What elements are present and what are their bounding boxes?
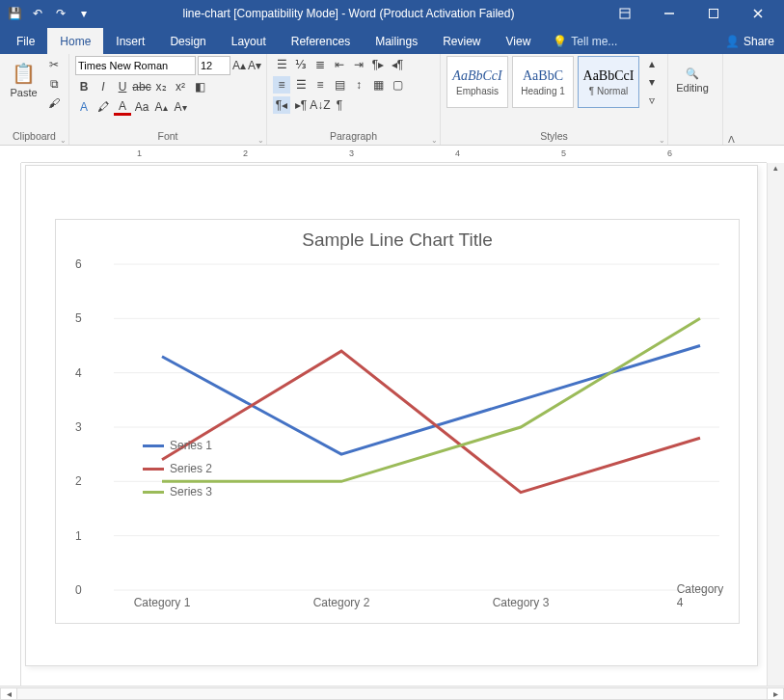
vertical-scrollbar[interactable]: ▴: [767, 163, 784, 686]
group-label: Styles: [446, 130, 662, 143]
numbering-icon[interactable]: ⅓: [292, 56, 310, 73]
multilevel-icon[interactable]: ≣: [311, 56, 329, 73]
group-label: Clipboard: [6, 130, 63, 143]
y-tick-label: 4: [75, 366, 82, 380]
paste-button[interactable]: 📋Paste: [6, 56, 41, 104]
group-clipboard: 📋Paste ✂ ⧉ 🖌 Clipboard: [0, 54, 69, 145]
collapse-ribbon-icon[interactable]: ᐱ: [722, 54, 740, 145]
italic-icon[interactable]: I: [95, 78, 112, 95]
styles-down-icon[interactable]: ▾: [643, 74, 661, 91]
align-right-icon[interactable]: ≡: [311, 76, 329, 94]
tab-layout[interactable]: Layout: [219, 28, 279, 54]
tell-me[interactable]: 💡Tell me...: [549, 29, 621, 54]
plot-area: Series 1Series 2Series 3 0123456Category…: [95, 264, 719, 588]
clear-format-icon[interactable]: ◧: [191, 78, 208, 95]
tab-insert[interactable]: Insert: [103, 28, 157, 54]
tab-mailings[interactable]: Mailings: [363, 28, 430, 54]
tab-home[interactable]: Home: [47, 28, 103, 54]
share-button[interactable]: 👤Share: [716, 29, 784, 54]
x-tick-label: Category 2: [313, 596, 370, 609]
styles-more-icon[interactable]: ▿: [643, 92, 661, 108]
sort-icon[interactable]: A↓Z: [311, 96, 329, 114]
group-paragraph: ☰ ⅓ ≣ ⇤ ⇥ ¶▸ ◂¶ ≡ ☰ ≡ ▤ ↕ ▦ ▢ ¶◂ ▸¶ A↓Z: [267, 54, 441, 145]
copy-icon[interactable]: ⧉: [45, 75, 63, 93]
underline-icon[interactable]: U: [114, 78, 131, 95]
show-marks-icon[interactable]: ¶: [331, 96, 348, 114]
text-effects-icon[interactable]: A: [75, 98, 93, 116]
bold-icon[interactable]: B: [75, 78, 93, 95]
highlight-icon[interactable]: 🖍: [95, 98, 112, 116]
chart-svg: [95, 264, 719, 588]
grow-font2-icon[interactable]: A▴: [152, 98, 170, 116]
style-normal[interactable]: AaBbCcI¶ Normal: [578, 56, 639, 108]
tab-file[interactable]: File: [4, 28, 47, 54]
horizontal-scrollbar[interactable]: ◂▸: [0, 686, 784, 700]
editing-button[interactable]: 🔍Editing: [674, 56, 711, 104]
borders-icon[interactable]: ▢: [389, 76, 406, 94]
undo-icon[interactable]: ↶: [27, 3, 48, 24]
line-spacing-icon[interactable]: ↕: [350, 76, 367, 94]
document-page: Sample Line Chart Title Series 1Series 2…: [25, 165, 758, 666]
rtl-para-icon[interactable]: ▸¶: [292, 96, 310, 114]
shrink-font-icon[interactable]: A▾: [248, 57, 261, 74]
style-emphasis[interactable]: AaBbCcIEmphasis: [446, 56, 508, 108]
font-color-icon[interactable]: A: [114, 98, 131, 116]
font-size-input[interactable]: [198, 56, 230, 75]
y-tick-label: 0: [75, 583, 82, 597]
bulb-icon: 💡: [553, 35, 567, 48]
tab-view[interactable]: View: [494, 28, 544, 54]
y-tick-label: 5: [75, 311, 82, 325]
tab-review[interactable]: Review: [430, 28, 493, 54]
y-tick-label: 2: [75, 474, 82, 488]
shading-icon[interactable]: ▦: [369, 76, 387, 94]
quick-access-toolbar: 💾 ↶ ↷ ▾: [4, 3, 95, 24]
legend-swatch: [143, 444, 164, 447]
increase-indent-icon[interactable]: ⇥: [350, 56, 367, 73]
align-center-icon[interactable]: ☰: [292, 76, 310, 94]
shrink-font2-icon[interactable]: A▾: [172, 98, 189, 116]
series-line: [162, 346, 700, 455]
strike-icon[interactable]: abc: [133, 78, 150, 95]
legend-item: Series 1: [143, 434, 212, 457]
styles-up-icon[interactable]: ▴: [643, 56, 661, 72]
group-label: Font: [75, 130, 260, 143]
redo-icon[interactable]: ↷: [50, 3, 71, 24]
subscript-icon[interactable]: x₂: [152, 78, 170, 95]
style-heading1[interactable]: AaBbCHeading 1: [512, 56, 574, 108]
y-tick-label: 3: [75, 420, 82, 434]
save-icon[interactable]: 💾: [4, 3, 25, 24]
minimize-button[interactable]: [647, 0, 691, 27]
tab-references[interactable]: References: [279, 28, 363, 54]
svg-rect-0: [620, 9, 630, 18]
svg-rect-1: [710, 10, 718, 18]
chart-object[interactable]: Sample Line Chart Title Series 1Series 2…: [55, 219, 740, 624]
group-label: Paragraph: [273, 130, 434, 143]
horizontal-ruler[interactable]: 123456: [21, 146, 767, 163]
x-tick-label: Category 1: [134, 596, 191, 609]
change-case-icon[interactable]: Aa: [133, 98, 150, 116]
grow-font-icon[interactable]: A▴: [232, 57, 246, 74]
rtl-icon[interactable]: ◂¶: [389, 56, 406, 73]
title-bar: 💾 ↶ ↷ ▾ line-chart [Compatibility Mode] …: [0, 0, 784, 27]
maximize-button[interactable]: [691, 0, 736, 27]
ribbon-tabs: File Home Insert Design Layout Reference…: [0, 27, 784, 54]
ltr-para-icon[interactable]: ¶◂: [273, 96, 290, 114]
bullets-icon[interactable]: ☰: [273, 56, 290, 73]
superscript-icon[interactable]: x²: [172, 78, 189, 95]
qat-customize-icon[interactable]: ▾: [73, 3, 95, 24]
ltr-icon[interactable]: ¶▸: [369, 56, 387, 73]
y-tick-label: 1: [75, 529, 82, 543]
legend-label: Series 3: [170, 485, 212, 498]
tab-design[interactable]: Design: [157, 28, 218, 54]
close-button[interactable]: [736, 0, 780, 27]
decrease-indent-icon[interactable]: ⇤: [331, 56, 348, 73]
legend-item: Series 3: [143, 480, 212, 503]
vertical-ruler[interactable]: [0, 163, 21, 686]
align-left-icon[interactable]: ≡: [273, 76, 290, 94]
ribbon-options-icon[interactable]: [603, 0, 647, 27]
cut-icon[interactable]: ✂: [45, 56, 63, 73]
format-painter-icon[interactable]: 🖌: [45, 94, 63, 112]
x-tick-label: Category 4: [677, 582, 724, 609]
font-name-input[interactable]: [75, 56, 196, 75]
justify-icon[interactable]: ▤: [331, 76, 348, 94]
